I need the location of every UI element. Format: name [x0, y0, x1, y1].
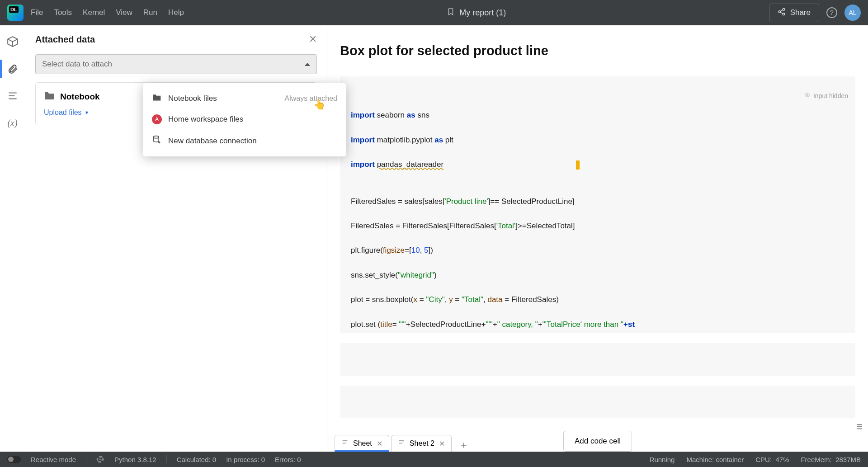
code-line: FilteredSales = sales[sales['Product lin… [351, 195, 844, 208]
status-bar: Reactive mode Python 3.8.12 Calculated: … [0, 452, 868, 467]
menu-bar: File Tools Kernel View Run Help My repor… [0, 0, 868, 25]
menu-view[interactable]: View [116, 8, 132, 17]
dropdown-item-label: New database connection [168, 137, 257, 146]
eye-off-icon [787, 81, 811, 111]
status-errors: Errors: 0 [275, 456, 301, 463]
svg-point-0 [783, 8, 785, 10]
app-logo [7, 5, 24, 21]
folder-icon [44, 91, 55, 102]
svg-line-12 [805, 93, 810, 98]
sheet-menu-icon[interactable] [855, 423, 863, 433]
code-line: plt.figure(figsize=[10, 5]) [351, 244, 844, 256]
code-line: import pandas_datareader [351, 158, 844, 170]
upload-files-label: Upload files [44, 108, 82, 117]
input-hidden-label: Input hidden [813, 91, 848, 101]
sheet-bar: Sheet ✕ Sheet 2 ✕ ＋ [0, 431, 868, 452]
editor-area: Box plot for selected product line Input… [327, 25, 868, 452]
close-tab-icon[interactable]: ✕ [439, 439, 445, 448]
code-line: FileredSales = FilteredSales[FilteredSal… [351, 220, 844, 232]
chevron-up-icon [305, 63, 310, 66]
dropdown-notebook-files[interactable]: Notebook files Always attached [143, 88, 346, 109]
empty-output-cell[interactable] [340, 386, 855, 418]
reactive-mode-label: Reactive mode [31, 456, 76, 463]
menu-tools[interactable]: Tools [54, 8, 72, 17]
separator [166, 455, 167, 463]
caret-down-icon: ▼ [85, 110, 90, 115]
sheet-icon [398, 439, 405, 448]
share-label: Share [790, 8, 811, 17]
attach-dropdown: Notebook files Always attached A Home wo… [143, 83, 346, 156]
status-machine: Machine: container [686, 456, 744, 463]
svg-point-2 [783, 13, 785, 15]
panel-title: Attached data [35, 34, 95, 45]
sheet-tab-1[interactable]: Sheet ✕ [335, 435, 389, 452]
svg-line-3 [780, 9, 783, 11]
document-title[interactable]: My report (1) [459, 8, 506, 18]
code-line: import matplotlib.pyplot as plt [351, 134, 844, 146]
svg-point-1 [778, 10, 781, 13]
python-version[interactable]: Python 3.8.12 [114, 456, 156, 463]
menu-file[interactable]: File [31, 8, 43, 17]
dropdown-item-label: Home workspace files [168, 115, 243, 124]
dropdown-home-workspace[interactable]: A Home workspace files [143, 109, 346, 130]
python-icon [96, 455, 104, 463]
add-sheet-button[interactable]: ＋ [453, 438, 474, 452]
code-line: plot.set (title= "'"+SelectedProductLine… [351, 318, 844, 330]
svg-line-4 [780, 12, 783, 14]
code-line: sns.set_style("whitegrid") [351, 269, 844, 281]
bookmark-icon[interactable] [447, 8, 455, 18]
rail-attachment-icon[interactable] [5, 61, 20, 76]
cell-title: Box plot for selected product line [340, 43, 855, 58]
status-in-process: In process: 0 [226, 456, 265, 463]
code-line: import seaborn as sns [351, 109, 844, 121]
close-tab-icon[interactable]: ✕ [377, 439, 382, 448]
menu-kernel[interactable]: Kernel [83, 8, 105, 17]
main-area: (x) Attached data ✕ Select data to attac… [0, 25, 868, 452]
notebook-files-title: Notebook [60, 92, 100, 102]
database-plus-icon [152, 135, 162, 146]
rail-toc-icon[interactable] [5, 89, 20, 103]
attach-data-select[interactable]: Select data to attach [35, 54, 317, 74]
avatar[interactable]: AL [844, 5, 861, 21]
status-right: Running Machine: container CPU: 47% Free… [650, 456, 861, 463]
separator [86, 455, 86, 463]
share-button[interactable]: Share [769, 4, 819, 22]
empty-output-cell[interactable] [340, 343, 855, 376]
sheet-icon [341, 439, 349, 448]
share-icon [778, 8, 786, 18]
workspace-badge-icon: A [152, 114, 162, 124]
dropdown-new-database[interactable]: New database connection [143, 130, 346, 152]
help-icon[interactable]: ? [826, 7, 837, 18]
dropdown-item-badge: Always attached [284, 94, 337, 103]
reactive-mode-toggle[interactable] [7, 456, 21, 463]
close-panel-icon[interactable]: ✕ [309, 33, 317, 45]
status-cpu: CPU: 47% [755, 456, 789, 463]
sheet-tab-2[interactable]: Sheet 2 ✕ [391, 435, 452, 452]
document-title-container: My report (1) [184, 8, 769, 18]
status-running: Running [650, 456, 675, 463]
status-mem: FreeMem: 2837MB [801, 456, 861, 463]
menu-items: File Tools Kernel View Run Help [31, 8, 184, 17]
menu-run[interactable]: Run [143, 8, 157, 17]
attached-data-panel: Attached data ✕ Select data to attach No… [25, 25, 327, 452]
rail-box-icon[interactable] [5, 34, 20, 49]
cursor-indicator [576, 160, 580, 170]
dropdown-item-label: Notebook files [168, 94, 217, 103]
code-cell[interactable]: Input hidden import seaborn as sns impor… [340, 76, 855, 333]
menu-help[interactable]: Help [168, 8, 184, 17]
left-rail: (x) [0, 25, 25, 452]
attach-select-placeholder: Select data to attach [42, 60, 112, 69]
status-calculated: Calculated: 0 [177, 456, 217, 463]
folder-solid-icon [152, 93, 162, 104]
code-line: plot = sns.boxplot(x = "City", y = "Tota… [351, 293, 844, 306]
sheet-label: Sheet 2 [410, 439, 434, 448]
svg-point-8 [154, 136, 159, 138]
sheet-label: Sheet [353, 439, 372, 448]
rail-variables-icon[interactable]: (x) [5, 116, 20, 130]
input-hidden-badge[interactable]: Input hidden [787, 81, 848, 111]
panel-header: Attached data ✕ [25, 25, 327, 52]
